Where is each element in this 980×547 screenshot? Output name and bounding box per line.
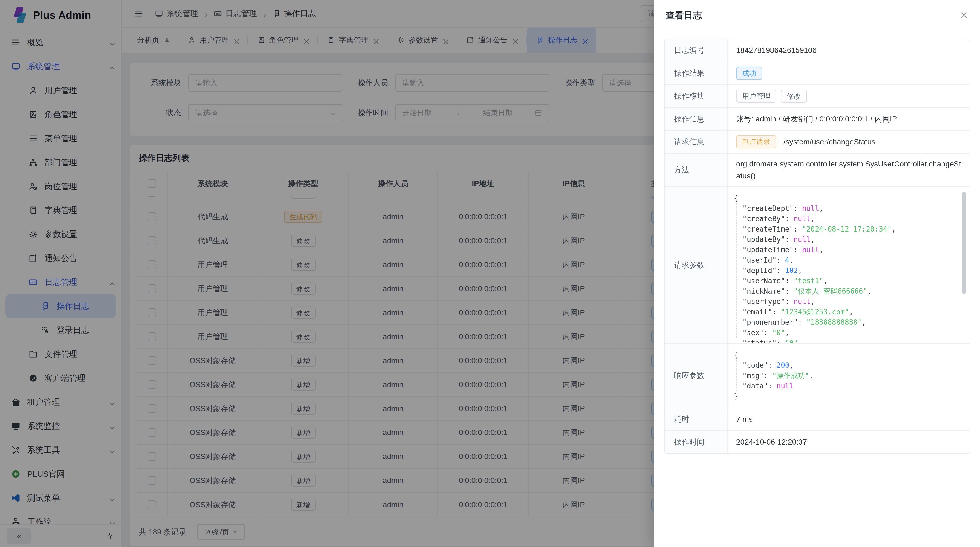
detail-label: 日志编号 bbox=[665, 39, 728, 62]
drawer-title: 查看日志 bbox=[666, 9, 702, 22]
detail-value: 1842781986426159106 bbox=[728, 39, 970, 62]
detail-row: 操作模块用户管理修改 bbox=[665, 85, 970, 108]
detail-label: 请求信息 bbox=[665, 131, 728, 153]
indent-guide bbox=[736, 203, 737, 338]
drawer-header: 查看日志 bbox=[654, 0, 980, 31]
detail-row: 日志编号1842781986426159106 bbox=[665, 39, 970, 62]
detail-label: 响应参数 bbox=[665, 344, 728, 408]
close-icon bbox=[959, 11, 969, 20]
detail-value: org.dromara.system.controller.system.Sys… bbox=[728, 154, 970, 186]
module-tag: 用户管理 bbox=[736, 89, 776, 103]
detail-row: 耗时7 ms bbox=[665, 408, 970, 431]
detail-row: 响应参数 { "code": 200, "msg": "操作成功", "data… bbox=[665, 344, 970, 408]
code-scrollbar[interactable] bbox=[962, 192, 966, 294]
detail-value: 2024-10-06 12:20:37 bbox=[728, 431, 970, 453]
drawer-body: 日志编号1842781986426159106操作结果成功操作模块用户管理修改操… bbox=[654, 31, 980, 461]
detail-label: 操作信息 bbox=[665, 108, 728, 130]
detail-label: 操作模块 bbox=[665, 85, 728, 107]
detail-value: 7 ms bbox=[728, 408, 970, 431]
detail-row: 操作时间2024-10-06 12:20:37 bbox=[665, 431, 970, 453]
detail-label: 操作时间 bbox=[665, 431, 728, 453]
detail-row: 请求参数 { "createDept": null, "createBy": n… bbox=[665, 187, 970, 344]
detail-row: 方法org.dromara.system.controller.system.S… bbox=[665, 154, 970, 187]
result-tag: 成功 bbox=[736, 67, 762, 80]
detail-row: 请求信息PUT请求/system/user/changeStatus bbox=[665, 131, 970, 154]
http-method-tag: PUT请求 bbox=[736, 136, 776, 148]
json-code-block: { "createDept": null, "createBy": null, … bbox=[730, 187, 967, 343]
json-code-block: { "code": 200, "msg": "操作成功", "data": nu… bbox=[730, 344, 967, 408]
detail-label: 方法 bbox=[665, 154, 728, 186]
indent-guide bbox=[736, 360, 737, 391]
close-icon[interactable] bbox=[959, 11, 969, 20]
view-log-drawer: 查看日志 日志编号1842781986426159106操作结果成功操作模块用户… bbox=[654, 0, 980, 547]
detail-row: 操作结果成功 bbox=[665, 62, 970, 85]
request-path: /system/user/changeStatus bbox=[783, 136, 875, 148]
module-tag: 修改 bbox=[781, 89, 807, 103]
detail-label: 耗时 bbox=[665, 408, 728, 431]
detail-label: 操作结果 bbox=[665, 62, 728, 85]
detail-label: 请求参数 bbox=[665, 187, 728, 343]
log-detail-table: 日志编号1842781986426159106操作结果成功操作模块用户管理修改操… bbox=[664, 39, 970, 454]
detail-row: 操作信息账号: admin / 研发部门 / 0:0:0:0:0:0:0:1 /… bbox=[665, 108, 970, 131]
detail-value: 账号: admin / 研发部门 / 0:0:0:0:0:0:0:1 / 内网I… bbox=[728, 108, 970, 130]
